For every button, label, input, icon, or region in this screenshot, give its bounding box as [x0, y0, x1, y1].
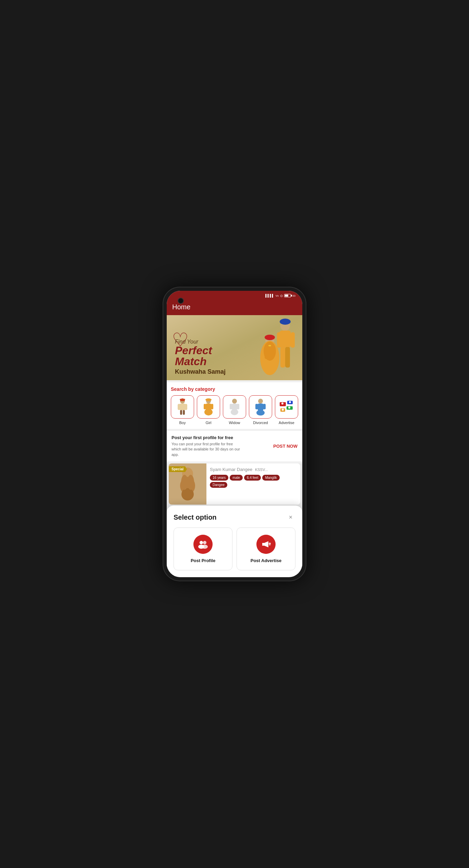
- profile-name: Syam Kumar Dangee KSSV...: [210, 467, 297, 472]
- divorced-label: Divorced: [253, 421, 268, 425]
- boy-label: Boy: [179, 421, 186, 425]
- svg-rect-55: [262, 543, 264, 546]
- svg-rect-11: [265, 345, 268, 359]
- wifi-icon: ⊙: [280, 294, 283, 298]
- profile-card[interactable]: Special Syam Kumar Dan: [169, 463, 300, 505]
- svg-marker-14: [180, 398, 185, 401]
- svg-rect-6: [285, 347, 290, 368]
- profile-name-extra: KSSV...: [255, 468, 268, 472]
- profile-section: Special Syam Kumar Dan: [167, 463, 302, 510]
- svg-point-46: [181, 488, 194, 500]
- category-item-advertise[interactable]: Advertise: [275, 395, 298, 425]
- svg-point-42: [288, 407, 290, 409]
- modal-close-button[interactable]: ×: [286, 512, 295, 522]
- tag-age: 16 years: [210, 475, 228, 481]
- modal-header: Select option ×: [174, 512, 295, 522]
- post-profile-option[interactable]: Post Profile: [174, 528, 232, 570]
- svg-rect-25: [211, 404, 213, 409]
- girl-icon-box[interactable]: [197, 395, 220, 419]
- search-category-section: Search by category: [167, 382, 302, 429]
- svg-rect-4: [291, 332, 295, 348]
- free-profile-text: Post your first profile for free You can…: [172, 435, 240, 457]
- profile-info: Syam Kumar Dangee KSSV... 16 years male …: [206, 463, 300, 505]
- banner-match-text: Match: [175, 356, 226, 367]
- category-grid: Boy Gir: [171, 395, 298, 425]
- category-item-boy[interactable]: Boy: [171, 395, 194, 425]
- status-icons: ▌▌▌▌ Vo ⊙ 33: [265, 294, 295, 298]
- tag-height: 6.4 feet: [244, 475, 261, 481]
- post-now-button[interactable]: POST NOW: [273, 444, 297, 449]
- svg-point-26: [232, 399, 237, 404]
- svg-point-21: [205, 398, 212, 401]
- svg-rect-15: [180, 404, 185, 410]
- svg-point-47: [181, 475, 188, 490]
- svg-point-50: [200, 541, 203, 544]
- svg-rect-17: [185, 404, 187, 410]
- svg-point-53: [202, 545, 208, 549]
- post-advertise-option[interactable]: Post Advertise: [237, 528, 295, 570]
- svg-point-57: [269, 544, 270, 546]
- advertise-icon-box[interactable]: [275, 395, 298, 419]
- boy-icon-box[interactable]: [171, 395, 194, 419]
- battery-label: 33: [292, 294, 295, 297]
- free-profile-title: Post your first profile for free: [172, 435, 240, 440]
- post-profile-label: Post Profile: [191, 558, 215, 563]
- girl-label: Girl: [205, 421, 211, 425]
- svg-point-33: [256, 410, 265, 416]
- category-item-widow[interactable]: Widow: [223, 395, 246, 425]
- free-profile-section: Post your first profile for free You can…: [167, 431, 302, 461]
- widow-label: Widow: [229, 421, 240, 425]
- svg-point-1: [280, 319, 291, 325]
- banner-samaj-text: Kushwaha Samaj: [175, 368, 226, 375]
- category-item-girl[interactable]: Girl: [197, 395, 220, 425]
- tag-gender: male: [230, 475, 243, 481]
- phone-screen: ▌▌▌▌ Vo ⊙ 33 Home ♡ Find Your: [167, 291, 302, 577]
- post-advertise-label: Post Advertise: [251, 558, 282, 563]
- battery-indicator: [284, 294, 291, 297]
- profile-tags: 16 years male 6.4 feet Manglik Dangee: [210, 475, 297, 488]
- divorced-icon-box[interactable]: [249, 395, 272, 419]
- modal-options: Post Profile Post Advertise: [174, 528, 295, 570]
- widow-icon-box[interactable]: [223, 395, 246, 419]
- svg-rect-19: [183, 410, 185, 415]
- svg-point-12: [268, 345, 271, 346]
- svg-point-8: [265, 335, 275, 340]
- svg-rect-32: [258, 404, 263, 411]
- advertise-label: Advertise: [279, 421, 294, 425]
- camera-notch: [178, 298, 184, 304]
- svg-point-48: [187, 475, 194, 490]
- svg-rect-2: [280, 331, 291, 348]
- category-item-divorced[interactable]: Divorced: [249, 395, 272, 425]
- phone-frame: ▌▌▌▌ Vo ⊙ 33 Home ♡ Find Your: [163, 287, 306, 581]
- post-profile-icon: [193, 535, 213, 554]
- banner: ♡ Find Your Perfect Match Kushwaha Samaj: [167, 315, 302, 380]
- svg-rect-5: [280, 347, 285, 368]
- svg-rect-24: [204, 404, 206, 409]
- tag-manglik: Manglik: [262, 475, 279, 481]
- svg-rect-29: [230, 404, 232, 409]
- svg-rect-35: [263, 404, 266, 409]
- modal-title: Select option: [174, 513, 217, 521]
- profile-name-text: Syam Kumar Dangee: [210, 467, 252, 472]
- header-title: Home: [172, 303, 297, 311]
- couple-illustration: [251, 315, 299, 380]
- special-badge: Special: [169, 466, 187, 472]
- svg-rect-34: [255, 404, 258, 409]
- svg-point-28: [231, 409, 238, 415]
- category-section-title: Search by category: [171, 386, 298, 392]
- svg-rect-16: [178, 404, 180, 410]
- signal-icon: ▌▌▌▌: [265, 294, 274, 297]
- banner-perfect-text: Perfect: [175, 345, 226, 356]
- free-profile-description: You can post your first profile for free…: [172, 442, 240, 457]
- status-bar: ▌▌▌▌ Vo ⊙ 33: [167, 291, 302, 300]
- app-header: Home: [167, 300, 302, 315]
- tag-gotra: Dangee: [210, 482, 227, 488]
- svg-point-40: [281, 402, 283, 405]
- svg-rect-18: [180, 410, 182, 415]
- svg-point-41: [289, 401, 291, 403]
- svg-point-43: [282, 409, 284, 411]
- svg-point-51: [203, 541, 206, 544]
- select-option-modal: Select option × Post Profile: [167, 506, 302, 577]
- svg-rect-3: [277, 332, 281, 348]
- svg-rect-30: [237, 404, 239, 409]
